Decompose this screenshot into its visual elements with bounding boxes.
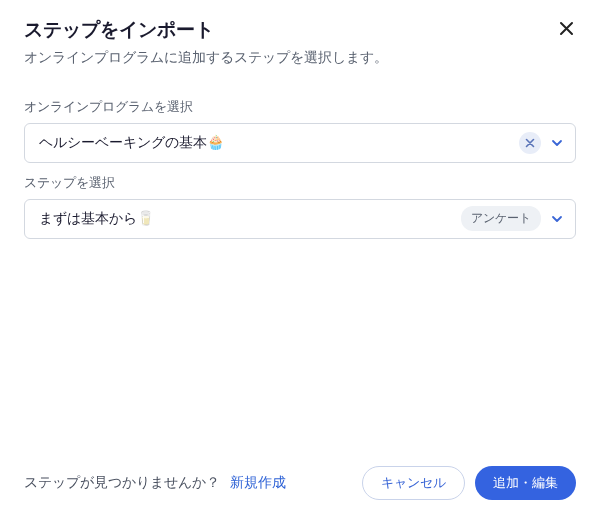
modal-body: オンラインプログラムを選択 ヘルシーベーキングの基本🧁 ステップを選択 まずは基… [0,77,600,452]
step-select-value: まずは基本から🥛 [39,210,461,228]
create-new-link[interactable]: 新規作成 [230,474,286,492]
clear-program-button[interactable] [519,132,541,154]
clear-icon [525,138,535,148]
step-select-label: ステップを選択 [24,175,576,192]
program-select[interactable]: ヘルシーベーキングの基本🧁 [24,123,576,163]
submit-button[interactable]: 追加・編集 [475,466,576,500]
modal-subtitle: オンラインプログラムに追加するステップを選択します。 [24,49,576,67]
program-select-value: ヘルシーベーキングの基本🧁 [39,134,519,152]
step-select[interactable]: まずは基本から🥛 アンケート [24,199,576,239]
modal-footer: ステップが見つかりませんか？ 新規作成 キャンセル 追加・編集 [0,452,600,520]
close-icon [559,20,574,41]
chevron-down-icon [547,209,567,229]
modal-header: ステップをインポート オンラインプログラムに追加するステップを選択します。 [0,0,600,77]
step-type-badge: アンケート [461,206,541,231]
close-button[interactable] [552,16,580,44]
chevron-down-icon [547,133,567,153]
program-select-label: オンラインプログラムを選択 [24,99,576,116]
import-step-modal: ステップをインポート オンラインプログラムに追加するステップを選択します。 オン… [0,0,600,520]
modal-title: ステップをインポート [24,18,576,43]
cancel-button[interactable]: キャンセル [362,466,465,500]
footer-prompt: ステップが見つかりませんか？ [24,474,220,492]
